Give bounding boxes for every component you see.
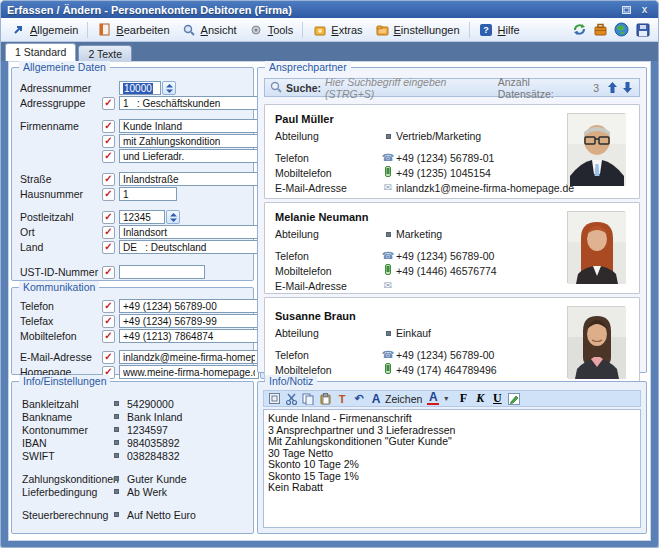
contact-mobile: +49 (174) 464789496 (396, 364, 497, 376)
dropdown-icon[interactable] (166, 210, 180, 224)
note-textarea[interactable]: Kunde Inland - Firmenanschrift 3 Ansprec… (263, 409, 641, 528)
undo-icon[interactable]: ↶ (353, 392, 365, 405)
edit-note-icon[interactable] (508, 392, 520, 405)
telefon-input[interactable] (119, 299, 259, 313)
chevron-down-icon[interactable]: ▾ (440, 392, 452, 405)
contact-mobile: +49 (1235) 1045154 (396, 167, 491, 179)
contact-card[interactable]: Paul Müller Abteilung Vertrieb/Marketing… (264, 104, 640, 199)
mobile-phone-icon (380, 166, 396, 179)
contact-department: Einkauf (396, 327, 431, 339)
menu-hilfe[interactable]: ? Hilfe (473, 20, 526, 39)
note-line: Skonto 15 Tage 1% (268, 471, 636, 483)
panel-kommunikation: Kommunikation Telefon ✓ ☎ Telefax ✓ ☎ Mo… (11, 287, 254, 375)
tab-strip: 1 Standard 2 Texte (1, 42, 658, 61)
search-icon (270, 81, 282, 95)
contact-department: Vertrieb/Marketing (396, 130, 481, 142)
mobiltelefon-checkbox[interactable]: ✓ (102, 330, 115, 343)
window-title: Erfassen / Ändern - Personenkonten Debit… (7, 4, 292, 16)
strasse-checkbox[interactable]: ✓ (102, 173, 115, 186)
save-icon[interactable] (635, 22, 650, 37)
bullet-icon (114, 427, 119, 432)
plz-checkbox[interactable]: ✓ (102, 211, 115, 224)
field-row-ustid: UST-ID-Nummer ✓ (20, 265, 245, 279)
tab-standard[interactable]: 1 Standard (5, 43, 76, 61)
note-line: Kunde Inland - Firmenanschrift (268, 413, 636, 425)
italic-icon[interactable]: K (474, 392, 486, 405)
next-record-icon[interactable] (621, 81, 634, 95)
firmenname-checkbox-3[interactable]: ✓ (102, 150, 115, 163)
bullet-icon (114, 414, 119, 419)
email-input[interactable] (119, 350, 259, 364)
underline-icon[interactable]: U (491, 392, 503, 405)
format-text-icon[interactable]: T (336, 392, 348, 405)
hausnummer-input[interactable] (119, 187, 177, 201)
contact-department: Marketing (396, 228, 442, 240)
paste-icon[interactable] (319, 392, 331, 405)
contact-mobile: +49 (1446) 46576774 (396, 265, 497, 277)
prev-record-icon[interactable] (606, 81, 619, 95)
telefax-checkbox[interactable]: ✓ (102, 315, 115, 328)
spinner-icon[interactable] (162, 81, 176, 95)
field-label: Telefon (20, 300, 102, 312)
email-checkbox[interactable]: ✓ (102, 351, 115, 364)
ort-checkbox[interactable]: ✓ (102, 226, 115, 239)
briefcase-icon[interactable] (593, 22, 608, 37)
tab-texte[interactable]: 2 Texte (78, 45, 132, 61)
bullet-icon (114, 476, 119, 481)
firmenname-input-2[interactable] (119, 134, 259, 148)
bold-icon[interactable]: F (457, 392, 469, 405)
restore-window-icon[interactable] (619, 3, 634, 16)
contact-photo (567, 113, 625, 185)
cut-icon[interactable] (285, 392, 297, 405)
plz-select[interactable] (119, 210, 165, 224)
firmenname-input-1[interactable] (119, 119, 259, 133)
record-count-label: Anzahl Datensätze: (498, 76, 589, 100)
mail-icon: ✉ (380, 182, 396, 193)
phone-icon: ☎ (380, 349, 396, 360)
menu-ansicht[interactable]: Ansicht (176, 20, 243, 39)
record-count: 3 (593, 82, 599, 94)
font-color-icon[interactable]: A (427, 392, 439, 405)
mobiltelefon-input[interactable] (119, 329, 259, 343)
magnifier-icon (182, 22, 197, 37)
hausnummer-checkbox[interactable]: ✓ (102, 188, 115, 201)
contact-search-bar[interactable]: Suche: Hier Suchbegriff eingeben (STRG+S… (264, 78, 640, 97)
land-checkbox[interactable]: ✓ (102, 241, 115, 254)
expand-window-icon[interactable] (268, 392, 280, 405)
adressgruppe-checkbox[interactable]: ✓ (102, 97, 115, 110)
firmenname-checkbox-2[interactable]: ✓ (102, 135, 115, 148)
sync-icon[interactable] (572, 22, 587, 37)
info-value: Auf Netto Euro (127, 509, 196, 521)
contact-card[interactable]: Susanne Braun Abteilung Einkauf Telefon … (264, 297, 640, 387)
ort-select[interactable] (119, 225, 259, 239)
gear-icon (249, 22, 264, 37)
field-row-telefax: Telefax ✓ ☎ (20, 314, 245, 328)
firmenname-checkbox-1[interactable]: ✓ (102, 120, 115, 133)
search-label: Suche: (286, 82, 321, 94)
adressgruppe-select[interactable] (119, 96, 259, 110)
settings-folder-icon (375, 22, 390, 37)
menu-extras[interactable]: Extras (306, 20, 368, 39)
adressnummer-input[interactable]: 10000 (119, 81, 161, 95)
copy-icon[interactable] (302, 392, 314, 405)
land-select[interactable] (119, 240, 259, 254)
menu-allgemein[interactable]: Allgemein (5, 20, 84, 39)
menu-tools[interactable]: Tools (243, 20, 300, 39)
close-window-button[interactable]: x (637, 3, 652, 16)
field-row-strasse: Straße ✓ (20, 172, 245, 186)
field-row-adressnummer: Adressnummer 10000 (20, 81, 245, 95)
strasse-select[interactable] (119, 172, 259, 186)
telefax-input[interactable] (119, 314, 259, 328)
ustid-checkbox[interactable]: ✓ (102, 266, 115, 279)
panel-title: Ansprechpartner (265, 61, 351, 73)
contact-card[interactable]: Melanie Neumann Abteilung Marketing Tele… (264, 202, 640, 294)
homepage-input[interactable] (119, 365, 259, 379)
font-icon[interactable]: A (370, 392, 382, 405)
globe-icon[interactable] (614, 22, 629, 37)
telefon-checkbox[interactable]: ✓ (102, 300, 115, 313)
menu-einstellungen[interactable]: Einstellungen (369, 20, 466, 39)
contact-photo (567, 211, 625, 283)
ustid-input[interactable] (119, 265, 205, 279)
firmenname-input-3[interactable] (119, 149, 259, 163)
menu-bearbeiten[interactable]: Bearbeiten (91, 20, 175, 39)
